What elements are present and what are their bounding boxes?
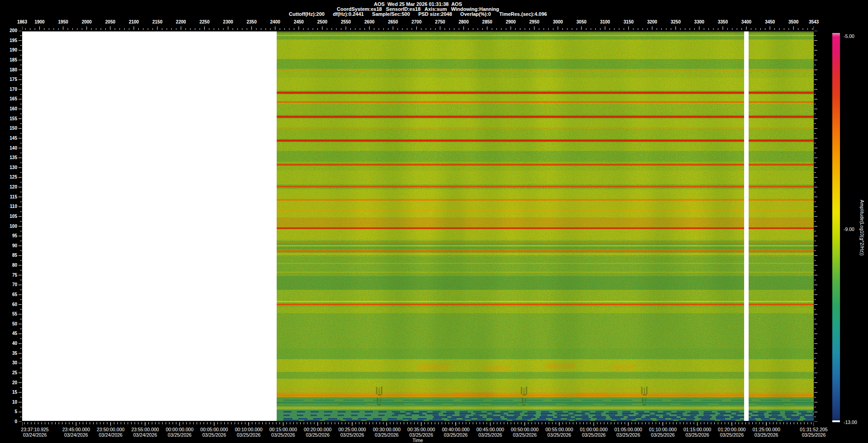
frequency-axis-label: 115 [10,195,17,199]
record-axis-label: 2750 [435,19,445,24]
record-axis-label: 1950 [58,19,68,24]
frequency-axis-label: 120 [9,185,17,189]
record-axis-label: 3500 [788,19,798,24]
data-gap [744,31,749,422]
frequency-axis-label: 75 [12,273,17,278]
time-axis-label: 00:45:00.00003/25/2026 [476,427,504,438]
frequency-axis-label: 170 [9,87,17,92]
header-processing-params: Cuttoff(Hz):200 df(Hz):0.2441 Sample/Sec… [22,12,814,17]
frequency-axis-label: 45 [12,331,17,336]
time-axis-label: 00:40:00.00003/25/2026 [442,427,469,438]
frequency-axis-label: 110 [10,204,17,209]
frequency-axis-label: 185 [9,58,17,62]
time-axis-label: 01:25:00.00003/25/2026 [752,427,780,438]
time-axis-label: 00:35:00.00003/25/2026 [407,427,435,438]
frequency-axis-label: 160 [9,107,17,111]
frequency-axis-label: 195 [9,38,17,43]
time-axis-label: 00:15:00.00003/25/2026 [269,427,297,438]
record-axis-label: 3450 [765,19,775,24]
record-axis-label: 2700 [411,19,421,24]
frequency-axis-label: 35 [12,351,17,356]
frequency-axis-label: 60 [12,302,17,307]
frequency-axis-label: 90 [12,244,17,248]
frequency-axis-label: 25 [12,371,17,375]
frequency-axis-label: 100 [9,224,17,229]
frequency-axis-label: 65 [12,292,17,297]
frequency-axis-label: 95 [12,234,17,238]
record-axis-label: 3000 [553,19,563,24]
spectrogram-data-region [277,31,814,422]
time-axis-title: Time [413,438,423,443]
record-axis-label: 2100 [129,19,139,24]
record-axis-label: 3400 [741,19,751,24]
time-axis-label: 00:30:00.00003/25/2026 [373,427,401,438]
time-axis-label: 01:05:00.00003/25/2026 [614,427,642,438]
time-axis-label: 00:55:00.00003/25/2026 [545,427,573,438]
frequency-axis-label: 70 [12,283,17,287]
frequency-axis-label: 0 [14,419,17,424]
record-axis-label: 2450 [294,19,304,24]
frequency-axis-label: 105 [9,214,17,219]
record-axis-label: 2150 [152,19,162,24]
frequency-axis-label: 130 [9,165,17,170]
record-axis-label: 2900 [506,19,516,24]
frequency-axis-label: 190 [9,48,17,52]
frequency-axis-labels: 2001951901851801751701651601551501451401… [0,31,17,422]
frequency-axis-label: 135 [9,156,17,160]
time-axis-label: 23:50:00.00003/24/2026 [97,427,124,438]
frequency-axis-label: 125 [9,175,17,179]
frequency-axis-label: 145 [9,136,17,141]
time-axis-label: 00:00:00.00003/25/2026 [166,427,193,438]
time-axis-label: 00:10:00.00003/25/2026 [235,427,262,438]
frequency-axis-label: 150 [9,126,17,131]
time-axis-label: 00:20:00.00003/25/2026 [304,427,331,438]
record-axis-label: 3300 [694,19,704,24]
record-axis-labels: 1863190019502000205021002150220022502300… [22,19,814,24]
frequency-axis-label: 10 [12,400,17,405]
frequency-axis-label: 80 [12,263,17,268]
frequency-axis-label: 140 [9,146,17,151]
time-axis-label: 23:55:00.00003/24/2026 [131,427,159,438]
colorbar-tick-label: -13.00 [844,419,857,425]
spectrogram-canvas [22,31,814,422]
amplitude-axis-label: Amplitude(Log10(g^2/Hz)) [859,33,864,422]
record-axis-label: 2550 [341,19,351,24]
frequency-axis-label: 85 [12,253,17,258]
record-axis-label: 2500 [317,19,327,24]
record-axis-label: 2350 [246,19,256,24]
frequency-axis-label: 165 [9,97,17,101]
record-axis-label: 3050 [576,19,586,24]
record-axis-label: 2400 [270,19,280,24]
time-axis-ticks [22,422,814,426]
frequency-axis-right-ticks [814,31,819,422]
frequency-axis-label: 55 [12,312,17,316]
time-axis-label: 00:25:00.00003/25/2026 [338,427,366,438]
frequency-axis-label: 30 [12,361,17,365]
record-axis-label: 2050 [105,19,115,24]
frequency-axis-label: 15 [12,390,17,395]
record-axis-label: 3150 [623,19,633,24]
colorbar-bottom-cap [832,420,840,422]
time-axis-label: 00:05:00.00003/25/2026 [200,427,228,438]
time-axis-label: 01:00:00.00003/25/2026 [580,427,608,438]
record-axis-label: 2950 [529,19,539,24]
record-axis-label: 1900 [34,19,44,24]
frequency-axis-label: 40 [12,341,17,346]
record-axis-label: 2600 [364,19,374,24]
record-axis-label: 2250 [199,19,209,24]
colorbar-tick-label: -9.00 [844,226,854,232]
record-axis-label: 3350 [718,19,728,24]
frequency-axis-label: 20 [12,381,17,385]
record-axis-label: 1863 [17,19,27,24]
colorbar [832,33,840,422]
record-axis-ticks [22,26,814,30]
record-axis-label: 2300 [223,19,233,24]
frequency-axis-label: 5 [14,410,17,414]
record-axis-label: 3100 [600,19,610,24]
record-axis-label: 2800 [458,19,468,24]
record-axis-label: 3200 [647,19,657,24]
time-axis-label: 01:10:00.00003/25/2026 [649,427,676,438]
time-axis-label: 23:37:10.92503/24/2026 [21,427,48,438]
record-axis-label: 3250 [670,19,680,24]
frequency-axis-label: 155 [9,117,17,121]
